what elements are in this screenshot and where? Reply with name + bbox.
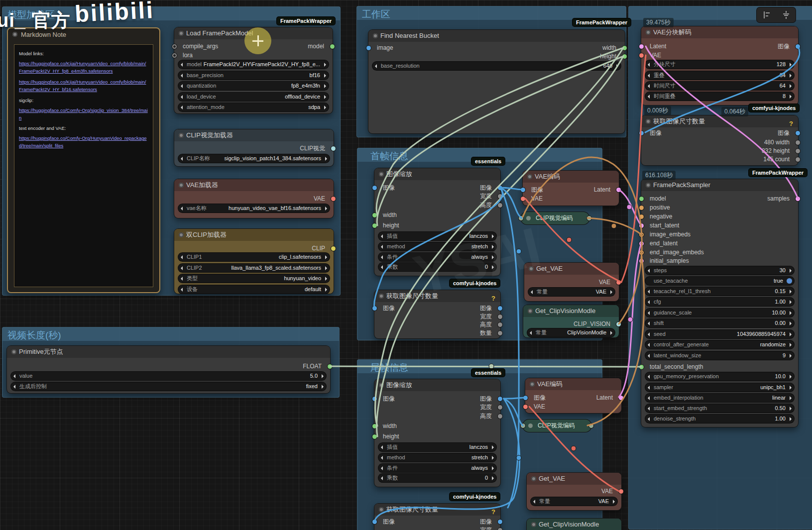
- node-get-clipvision-first[interactable]: Get_ClipVisionModle CLIP_VISION 常量ClipVi…: [523, 305, 619, 337]
- widget-attention-mode[interactable]: attention_modesdpa: [178, 103, 329, 111]
- slot-dot-icon[interactable]: [172, 44, 177, 49]
- node-vae-encode-last[interactable]: VAE编码 图像 VAE Latent: [525, 378, 621, 413]
- widget-clip2[interactable]: CLIP2llava_llama3_fp8_scaled.safetensors: [178, 264, 330, 272]
- node-vae-loader[interactable]: VAE加载器 VAE vae名称hunyuan_video_vae_bf16.s…: [174, 179, 334, 218]
- input-slot[interactable]: image_embeds: [641, 230, 691, 238]
- slot-dot-icon[interactable]: [498, 306, 502, 311]
- input-slot[interactable]: end_latent: [641, 239, 678, 247]
- widget-left-arrow-icon[interactable]: [648, 396, 650, 400]
- input-slot[interactable]: initial_samples: [641, 257, 689, 265]
- widget-left-arrow-icon[interactable]: [181, 84, 183, 88]
- widget-start-embed-strength[interactable]: start_embed_strength0.50: [645, 404, 794, 413]
- output-slot[interactable]: 图像: [480, 304, 500, 312]
- widget-right-arrow-icon[interactable]: [610, 331, 612, 335]
- widget-left-arrow-icon[interactable]: [181, 106, 183, 109]
- widget-right-arrow-icon[interactable]: [322, 374, 324, 378]
- widget-constant[interactable]: 常量VAE: [531, 497, 617, 506]
- slot-dot-icon[interactable]: [639, 206, 644, 210]
- slot-dot-icon[interactable]: [639, 365, 644, 369]
- widget-left-arrow-icon[interactable]: [648, 332, 650, 336]
- widget-left-arrow-icon[interactable]: [648, 84, 650, 88]
- slot-dot-icon[interactable]: [498, 397, 502, 401]
- widget-left-arrow-icon[interactable]: [648, 95, 650, 99]
- widget-left-arrow-icon[interactable]: [381, 255, 383, 259]
- widget-left-arrow-icon[interactable]: [648, 386, 650, 390]
- input-slot[interactable]: height: [374, 432, 399, 440]
- slot-dot-icon[interactable]: [622, 46, 627, 50]
- slot-dot-icon[interactable]: [372, 397, 377, 401]
- slot-dot-icon[interactable]: [498, 414, 502, 419]
- slot-dot-icon[interactable]: [331, 197, 336, 201]
- node-framepack-sampler[interactable]: FramePackSampler model positive negative…: [641, 179, 798, 427]
- input-slot[interactable]: negative: [641, 212, 672, 220]
- input-slot[interactable]: 图像: [523, 186, 543, 194]
- widget-left-arrow-icon[interactable]: [181, 277, 183, 281]
- output-slot[interactable]: 高度: [480, 201, 500, 209]
- slot-dot-icon[interactable]: [616, 322, 621, 326]
- slot-dot-icon[interactable]: [498, 194, 502, 199]
- widget-right-arrow-icon[interactable]: [790, 332, 792, 336]
- widget-left-arrow-icon[interactable]: [181, 255, 183, 259]
- widget-left-arrow-icon[interactable]: [648, 354, 650, 358]
- slot-dot-icon[interactable]: [639, 232, 644, 237]
- slot-dot-icon[interactable]: [619, 396, 623, 400]
- widget-right-arrow-icon[interactable]: [325, 255, 327, 259]
- widget-left-arrow-icon[interactable]: [181, 207, 183, 211]
- node-vae-tiled-decode[interactable]: VAE分块解码 Latent VAE 图像 分块尺寸128 重叠64 时间尺寸6…: [641, 26, 798, 105]
- node-markdown-note[interactable]: Markdown Note Model links: https://huggi…: [7, 27, 160, 293]
- slot-dot-icon[interactable]: [589, 424, 593, 428]
- collapse-dot-icon[interactable]: [531, 476, 536, 481]
- input-slot[interactable]: 图像: [374, 518, 395, 526]
- slot-dot-icon[interactable]: [616, 188, 621, 192]
- widget-left-arrow-icon[interactable]: [181, 157, 183, 161]
- collapse-dot-icon[interactable]: [528, 309, 533, 314]
- widget-left-arrow-icon[interactable]: [648, 63, 650, 67]
- slot-dot-icon[interactable]: [616, 280, 621, 285]
- output-slot[interactable]: 832 height: [762, 147, 798, 155]
- slot-dot-icon[interactable]: [331, 246, 336, 251]
- widget-cfg[interactable]: cfg1.00: [645, 298, 794, 306]
- collapse-dot-icon[interactable]: [179, 183, 184, 188]
- slot-dot-icon[interactable]: [796, 157, 800, 162]
- node-get-image-size-output[interactable]: 获取图像尺寸数量? 图像 图像 480 width 832 height 145…: [641, 115, 798, 165]
- slot-dot-icon[interactable]: [639, 131, 644, 135]
- widget-right-arrow-icon[interactable]: [322, 385, 324, 389]
- input-slot[interactable]: total_second_length: [641, 363, 703, 371]
- widget-right-arrow-icon[interactable]: [790, 343, 792, 347]
- output-slot[interactable]: VAE: [599, 278, 619, 286]
- widget-left-arrow-icon[interactable]: [13, 385, 15, 389]
- widget-gpu-memory-preservation[interactable]: gpu_memory_preservation10.0: [645, 372, 794, 381]
- slot-dot-icon[interactable]: [639, 250, 644, 255]
- widget-left-arrow-icon[interactable]: [381, 445, 383, 449]
- widget-right-arrow-icon[interactable]: [324, 84, 326, 88]
- collapse-dot-icon[interactable]: [379, 383, 384, 388]
- output-slot[interactable]: 宽度: [480, 192, 500, 200]
- widget-temporal-overlap[interactable]: 时间重叠8: [645, 92, 794, 101]
- widget-device[interactable]: 设备default: [178, 285, 330, 294]
- slot-dot-icon[interactable]: [639, 223, 644, 228]
- collapse-dot-icon[interactable]: [528, 424, 533, 428]
- output-slot[interactable]: 宽度: [480, 403, 500, 411]
- widget-seed[interactable]: seed1043960885945974: [645, 330, 794, 338]
- widget-left-arrow-icon[interactable]: [181, 266, 183, 270]
- collapse-dot-icon[interactable]: [11, 349, 16, 354]
- input-slot[interactable]: VAE: [525, 403, 545, 411]
- widget-use-teacache[interactable]: use_teacachetrue: [645, 277, 794, 285]
- slot-dot-icon[interactable]: [796, 140, 800, 145]
- widget-type[interactable]: 类型hunyuan_video: [178, 274, 330, 283]
- slot-dot-icon[interactable]: [523, 396, 528, 400]
- output-slot[interactable]: 图像: [480, 395, 500, 403]
- collapse-dot-icon[interactable]: [179, 31, 184, 36]
- slot-dot-icon[interactable]: [523, 405, 528, 409]
- widget-constant[interactable]: 常量VAE: [528, 288, 615, 296]
- widget-tile-size[interactable]: 分块尺寸128: [645, 60, 794, 69]
- output-slot[interactable]: width: [602, 44, 625, 52]
- collapse-dot-icon[interactable]: [373, 33, 378, 38]
- widget-left-arrow-icon[interactable]: [648, 407, 650, 411]
- input-slot[interactable]: height: [374, 221, 399, 229]
- slot-dot-icon[interactable]: [372, 434, 377, 439]
- widget-right-arrow-icon[interactable]: [790, 300, 792, 304]
- widget-right-arrow-icon[interactable]: [790, 417, 792, 421]
- widget-right-arrow-icon[interactable]: [492, 456, 494, 460]
- markdown-link[interactable]: https://huggingface.co/Comfy-Org/Hunyuan…: [19, 135, 148, 149]
